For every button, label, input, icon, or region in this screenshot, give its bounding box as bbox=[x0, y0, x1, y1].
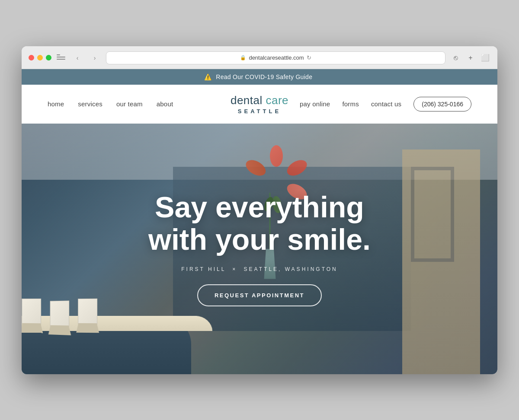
nav-phone[interactable]: (206) 325-0166 bbox=[413, 97, 471, 111]
browser-chrome: ‹ › 🔒 dentalcareseattle.com ↻ ⎋ + ⬜ bbox=[22, 46, 497, 69]
headline-line1: Say everything bbox=[155, 191, 364, 223]
warning-icon: ⚠️ bbox=[204, 73, 211, 80]
browser-window: ‹ › 🔒 dentalcareseattle.com ↻ ⎋ + ⬜ ⚠️ R… bbox=[22, 46, 497, 374]
nav-left: home services our team about bbox=[48, 100, 173, 108]
lock-icon: 🔒 bbox=[240, 55, 246, 60]
close-button[interactable] bbox=[29, 55, 34, 60]
nav-our-team[interactable]: our team bbox=[116, 100, 143, 108]
brochure-holders bbox=[22, 299, 97, 327]
reload-icon[interactable]: ↻ bbox=[307, 54, 311, 61]
traffic-lights bbox=[29, 55, 51, 60]
covid-banner[interactable]: ⚠️ Read Our COVID-19 Safety Guide bbox=[22, 69, 497, 85]
share-button[interactable]: ⎋ bbox=[451, 53, 461, 63]
door-area bbox=[402, 150, 480, 374]
cta-label: REQUEST APPOINTMENT bbox=[215, 292, 304, 299]
hero-section: Say everything with your smile. FIRST HI… bbox=[22, 124, 497, 374]
nav-pay-online[interactable]: pay online bbox=[300, 100, 330, 108]
minimize-button[interactable] bbox=[37, 55, 43, 60]
site-logo[interactable]: dental care SEATTLE bbox=[231, 94, 288, 115]
navigation: home services our team about dental care… bbox=[22, 85, 497, 124]
nav-contact-us[interactable]: contact us bbox=[371, 100, 401, 108]
location-separator: × bbox=[232, 266, 237, 272]
logo-city: SEATTLE bbox=[231, 108, 288, 115]
door-frame bbox=[411, 167, 454, 262]
hero-location: FIRST HILL × SEATTLE, WASHINGTON bbox=[148, 266, 371, 272]
back-button[interactable]: ‹ bbox=[71, 53, 83, 63]
nav-home[interactable]: home bbox=[48, 100, 64, 108]
brochure-3 bbox=[78, 298, 97, 324]
hero-headline: Say everything with your smile. bbox=[148, 191, 371, 256]
sidebar-toggle-icon[interactable] bbox=[57, 54, 65, 61]
nav-services[interactable]: services bbox=[78, 100, 103, 108]
location-prefix: FIRST HILL bbox=[181, 266, 226, 272]
website: ⚠️ Read Our COVID-19 Safety Guide home s… bbox=[22, 69, 497, 374]
url-text: dentalcareseattle.com bbox=[249, 54, 304, 61]
nav-forms[interactable]: forms bbox=[342, 100, 359, 108]
logo-text: dental care bbox=[231, 94, 288, 107]
brochure-2 bbox=[50, 300, 70, 327]
location-suffix: SEATTLE, WASHINGTON bbox=[244, 266, 338, 272]
covid-banner-text: Read Our COVID-19 Safety Guide bbox=[216, 73, 312, 80]
logo-dental: dental bbox=[231, 94, 266, 107]
fullscreen-button[interactable] bbox=[46, 55, 51, 60]
brochure-1 bbox=[22, 298, 41, 325]
request-appointment-button[interactable]: REQUEST APPOINTMENT bbox=[197, 284, 322, 306]
forward-button[interactable]: › bbox=[89, 53, 101, 63]
address-bar[interactable]: 🔒 dentalcareseattle.com ↻ bbox=[106, 51, 445, 64]
logo-care: care bbox=[266, 94, 289, 107]
headline-line2: with your smile. bbox=[148, 223, 371, 256]
windows-button[interactable]: ⬜ bbox=[480, 53, 490, 63]
nav-bar: home services our team about dental care… bbox=[22, 85, 497, 124]
nav-right: pay online forms contact us (206) 325-01… bbox=[300, 97, 471, 111]
new-tab-button[interactable]: + bbox=[465, 53, 476, 63]
hero-content: Say everything with your smile. FIRST HI… bbox=[131, 191, 388, 306]
nav-about[interactable]: about bbox=[157, 100, 173, 108]
browser-actions: ⎋ + ⬜ bbox=[451, 53, 490, 63]
